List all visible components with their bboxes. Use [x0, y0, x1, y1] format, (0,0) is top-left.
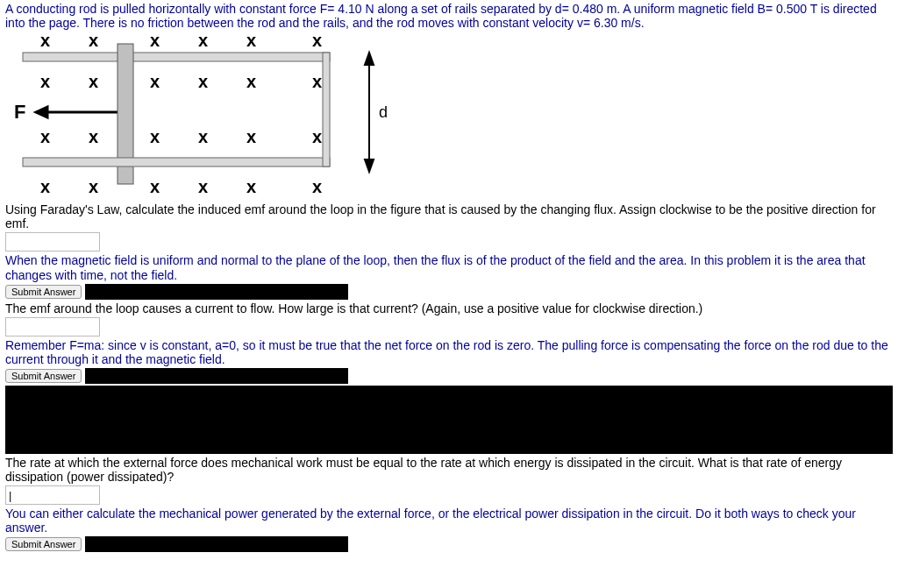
svg-text:x: x	[150, 177, 160, 196]
svg-marker-31	[365, 53, 374, 65]
svg-text:x: x	[89, 127, 98, 146]
svg-text:x: x	[150, 72, 160, 91]
svg-text:x: x	[40, 72, 50, 91]
svg-rect-23	[323, 53, 330, 166]
force-label: F	[14, 101, 25, 123]
circuit-diagram: xxxxxx xxxxxx F xxxxxx xxxxxx	[14, 33, 893, 202]
svg-marker-32	[365, 159, 374, 172]
q1-answer-input[interactable]	[5, 232, 100, 251]
q2-hint: Remember F=ma: since v is constant, a=0,…	[5, 338, 893, 366]
svg-text:x: x	[150, 33, 160, 50]
svg-text:x: x	[198, 177, 208, 196]
q1-submit-button[interactable]: Submit Answer	[5, 285, 82, 299]
svg-text:x: x	[246, 33, 256, 50]
svg-text:x: x	[89, 33, 98, 50]
svg-text:x: x	[312, 72, 322, 91]
svg-text:x: x	[40, 33, 50, 50]
svg-rect-22	[23, 158, 330, 166]
svg-text:x: x	[246, 72, 256, 91]
svg-text:x: x	[312, 177, 322, 196]
svg-text:x: x	[198, 72, 208, 91]
svg-text:x: x	[40, 177, 50, 196]
redacted-bar	[85, 284, 348, 300]
q2-text: The emf around the loop causes a current…	[5, 301, 893, 315]
q3-submit-button[interactable]: Submit Answer	[5, 537, 82, 551]
q1-text: Using Faraday's Law, calculate the induc…	[5, 202, 893, 230]
svg-text:x: x	[150, 127, 160, 146]
q3-answer-input[interactable]	[5, 485, 100, 505]
svg-text:x: x	[198, 33, 208, 50]
svg-text:x: x	[246, 127, 256, 146]
distance-label: d	[379, 103, 388, 121]
q3-hint: You can either calculate the mechanical …	[5, 507, 893, 535]
svg-text:x: x	[246, 177, 256, 196]
svg-text:x: x	[312, 127, 322, 146]
svg-marker-14	[36, 107, 47, 117]
redacted-block	[5, 386, 893, 454]
svg-text:x: x	[89, 177, 98, 196]
svg-text:x: x	[312, 33, 322, 50]
q2-submit-button[interactable]: Submit Answer	[5, 369, 82, 383]
q1-hint: When the magnetic field is uniform and n…	[5, 253, 893, 281]
q2-answer-input[interactable]	[5, 317, 100, 337]
problem-statement: A conducting rod is pulled horizontally …	[5, 2, 893, 30]
svg-text:x: x	[89, 72, 98, 91]
redacted-bar	[85, 536, 348, 552]
svg-rect-6	[23, 53, 330, 61]
svg-text:x: x	[40, 127, 50, 146]
redacted-bar	[85, 368, 348, 384]
svg-text:x: x	[198, 127, 208, 146]
q3-text: The rate at which the external force doe…	[5, 456, 893, 484]
